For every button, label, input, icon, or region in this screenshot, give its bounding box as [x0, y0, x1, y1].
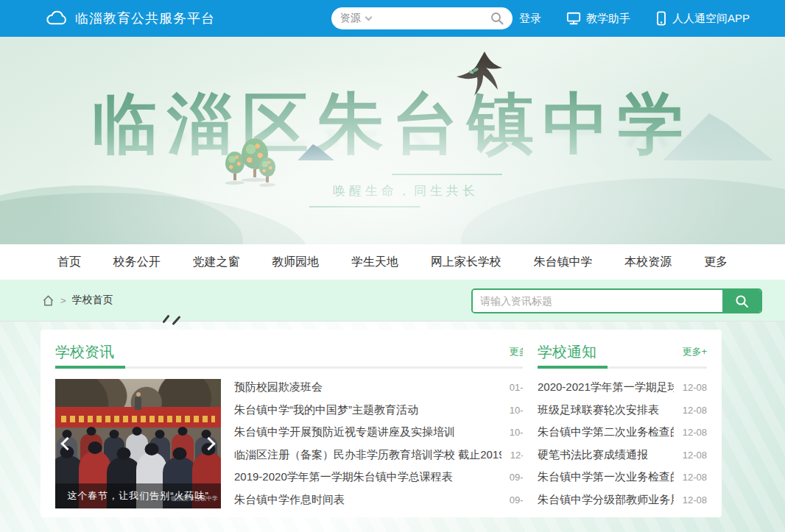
notice-item[interactable]: 朱台镇中学分级部教师业务展 12-08 — [538, 493, 707, 507]
search-category-dropdown[interactable]: 资源 — [340, 12, 361, 25]
news-section-title: 学校资讯 — [55, 342, 114, 362]
school-banner: 临淄区朱台镇中学 临淄区朱台镇中学 唤醒生命，同生共长 — [0, 37, 785, 244]
nav-item[interactable]: 更多 — [704, 255, 728, 270]
nav-item[interactable]: 校务公开 — [113, 255, 161, 270]
school-notice-card: 学校通知 更多+ 2020-2021学年第一学期足球 12-08 班级足球联赛轮… — [523, 330, 722, 517]
header-search-bar[interactable]: 资源 — [331, 7, 513, 29]
news-item-title: 临淄区注册（备案）民办非学历教育培训学校 截止2019 — [234, 448, 501, 462]
notice-item-date: 12-08 — [683, 382, 707, 393]
news-item-title: 朱台镇中学“我的中国梦”主题教育活动 — [234, 403, 418, 417]
news-search-box — [471, 288, 762, 313]
nav-item[interactable]: 教师园地 — [272, 255, 319, 270]
news-item[interactable]: 朱台镇中学“我的中国梦”主题教育活动 10-30 — [234, 403, 534, 417]
notice-item[interactable]: 朱台镇中学第一次业务检查的 12-08 — [538, 470, 707, 484]
swallow-bird-illustration — [451, 50, 513, 99]
notice-item-title: 班级足球联赛轮次安排表 — [538, 403, 659, 417]
nav-item[interactable]: 朱台镇中学 — [534, 255, 593, 270]
notice-item-date: 12-08 — [683, 450, 707, 461]
notice-item-title: 朱台镇中学第二次业务检查的 — [538, 425, 674, 439]
tree-illustration — [259, 157, 275, 187]
notice-item[interactable]: 朱台镇中学第二次业务检查的 12-08 — [538, 425, 707, 439]
notice-list: 2020-2021学年第一学期足球 12-08 班级足球联赛轮次安排表 12-0… — [538, 379, 707, 508]
notice-item[interactable]: 2020-2021学年第一学期足球 12-08 — [538, 380, 707, 394]
notice-item-title: 朱台镇中学第一次业务检查的 — [538, 470, 674, 484]
news-item[interactable]: 预防校园欺凌班会 01-04 — [234, 380, 534, 394]
renrentong-app-link[interactable]: 人人通空间APP — [655, 11, 750, 26]
brand-name: 临淄教育公共服务平台 — [75, 10, 215, 27]
search-icon[interactable] — [490, 12, 504, 25]
notice-item[interactable]: 硬笔书法比赛成绩通报 12-08 — [538, 448, 707, 462]
mountain-silhouette — [0, 193, 309, 244]
nav-item[interactable]: 党建之窗 — [193, 255, 240, 270]
news-item[interactable]: 朱台镇中学作息时间表 09-19 — [234, 493, 534, 507]
banner-school-name: 临淄区朱台镇中学 — [0, 79, 785, 169]
login-label: 登录 — [519, 12, 541, 26]
nav-item[interactable]: 本校资源 — [624, 255, 672, 270]
notice-item-date: 12-08 — [683, 405, 707, 416]
notice-item-title: 2020-2021学年第一学期足球 — [538, 380, 674, 394]
breadcrumb-separator: > — [60, 295, 66, 306]
news-search-button[interactable] — [722, 290, 761, 312]
photo-speaker-figure — [135, 397, 141, 410]
news-carousel[interactable]: 临淄区朱台镇中学 这个春节，让我们告别“火药味” — [55, 379, 221, 508]
main-content: 学校资讯 更多+ — [0, 322, 785, 532]
banner-slogan: 唤醒生命，同生共长 — [309, 174, 502, 208]
header-links: 登录 教学助手 人人通空间APP — [519, 0, 750, 37]
school-news-card: 学校资讯 更多+ — [41, 330, 549, 517]
nav-item[interactable]: 首页 — [57, 255, 81, 270]
phone-icon — [655, 11, 667, 26]
brand[interactable]: 临淄教育公共服务平台 — [46, 10, 215, 27]
main-navigation: 首页 校务公开 党建之窗 教师园地 学生天地 网上家长学校 朱台镇中学 本校资源… — [0, 244, 785, 280]
news-item[interactable]: 朱台镇中学开展预防近视专题讲座及实操培训 10-21 — [234, 425, 534, 439]
mountain-silhouette — [0, 185, 243, 244]
breadcrumb-bar: > 学校首页 — [0, 280, 785, 322]
slogan-text: 唤醒生命，同生共长 — [309, 182, 502, 199]
notice-item-date: 12-08 — [683, 472, 707, 483]
teaching-assistant-label: 教学助手 — [586, 12, 630, 26]
nav-item[interactable]: 网上家长学校 — [431, 255, 501, 270]
chevron-down-icon — [365, 14, 373, 21]
news-item-title: 朱台镇中学开展预防近视专题讲座及实操培训 — [234, 425, 455, 439]
renrentong-app-label: 人人通空间APP — [672, 12, 750, 26]
news-item-title: 朱台镇中学作息时间表 — [234, 493, 345, 507]
cloud-icon — [46, 10, 68, 26]
news-item-title: 预防校园欺凌班会 — [234, 380, 323, 394]
news-search-input[interactable] — [473, 290, 722, 312]
nav-item[interactable]: 学生天地 — [351, 255, 398, 270]
mountain-silhouette — [461, 178, 785, 244]
section-divider — [55, 366, 534, 369]
notice-item[interactable]: 班级足球联赛轮次安排表 12-08 — [538, 403, 707, 417]
news-item[interactable]: 2019-2020学年第一学期朱台镇中学总课程表 09-19 — [234, 470, 534, 484]
notice-item-date: 12-08 — [683, 427, 707, 438]
notice-item-title: 硬笔书法比赛成绩通报 — [538, 448, 648, 462]
slogan-line — [392, 174, 502, 175]
notice-item-date: 12-08 — [683, 494, 707, 506]
photo-watermark: 临淄区朱台镇中学 — [171, 494, 218, 503]
news-list: 预防校园欺凌班会 01-04 朱台镇中学“我的中国梦”主题教育活动 10-30 … — [234, 379, 534, 508]
login-link[interactable]: 登录 — [519, 12, 541, 26]
notice-section-title: 学校通知 — [538, 342, 596, 362]
top-bar: 临淄教育公共服务平台 资源 登录 教学助手 人人通空间APP — [0, 0, 785, 37]
notice-more-link[interactable]: 更多+ — [682, 345, 707, 358]
news-item[interactable]: 临淄区注册（备案）民办非学历教育培训学校 截止2019 12-11 — [234, 448, 534, 462]
news-item-title: 2019-2020学年第一学期朱台镇中学总课程表 — [234, 470, 453, 484]
slogan-line — [309, 206, 420, 208]
home-icon[interactable] — [42, 294, 54, 307]
breadcrumb: > 学校首页 — [42, 280, 113, 321]
breadcrumb-current: 学校首页 — [72, 294, 113, 307]
monitor-icon — [566, 11, 581, 26]
teaching-assistant-link[interactable]: 教学助手 — [566, 11, 630, 26]
section-divider — [538, 366, 707, 369]
notice-item-title: 朱台镇中学分级部教师业务展 — [538, 493, 674, 507]
